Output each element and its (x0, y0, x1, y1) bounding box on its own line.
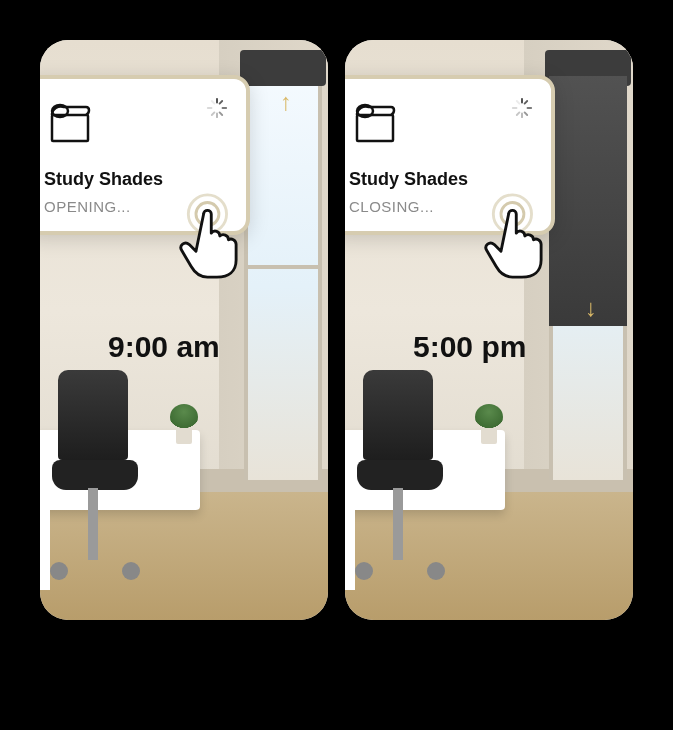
shade-icon (349, 97, 401, 149)
arrow-up-icon: ↑ (280, 88, 292, 116)
scene-opening: ↑ (40, 40, 328, 620)
plant (170, 404, 198, 430)
device-card[interactable]: Study Shades OPENING... (40, 75, 250, 235)
device-name: Study Shades (44, 169, 228, 190)
plant (475, 404, 503, 430)
svg-line-5 (220, 112, 223, 115)
svg-rect-12 (357, 115, 393, 141)
device-name: Study Shades (349, 169, 533, 190)
shade-roll (240, 50, 326, 86)
svg-line-7 (212, 112, 215, 115)
svg-line-3 (220, 101, 223, 104)
time-label: 9:00 am (108, 330, 220, 364)
shade-icon (44, 97, 96, 149)
tap-hand-icon (178, 193, 256, 279)
chair (58, 370, 128, 460)
time-label: 5:00 pm (413, 330, 526, 364)
svg-line-19 (517, 112, 520, 115)
svg-line-17 (525, 112, 528, 115)
svg-line-15 (525, 101, 528, 104)
spinner-icon (511, 97, 533, 119)
device-card[interactable]: Study Shades CLOSING... (345, 75, 555, 235)
tap-hand-icon (483, 193, 561, 279)
arrow-down-icon: ↓ (585, 294, 597, 322)
spinner-icon (206, 97, 228, 119)
svg-line-21 (517, 101, 520, 104)
chair (363, 370, 433, 460)
scene-closing: ↓ (345, 40, 633, 620)
svg-line-9 (212, 101, 215, 104)
svg-rect-0 (52, 115, 88, 141)
